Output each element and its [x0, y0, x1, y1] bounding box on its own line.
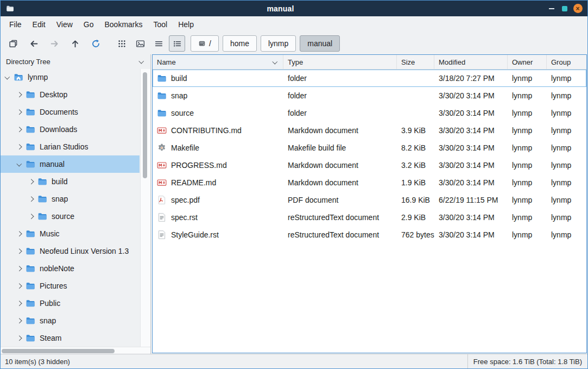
file-type: PDF document [283, 191, 397, 209]
file-owner-label: lynmp [512, 196, 532, 204]
column-header-type[interactable]: Type [283, 55, 397, 69]
tree-item-desktop[interactable]: Desktop [1, 86, 140, 103]
expand-icon[interactable] [16, 230, 23, 237]
menu-bookmarks[interactable]: Bookmarks [99, 18, 148, 31]
column-header-label: Modified [439, 58, 465, 66]
reload-button[interactable] [87, 35, 104, 52]
minimize-button[interactable] [545, 2, 558, 15]
tree-item-label: build [52, 177, 68, 186]
icon-view-button[interactable] [113, 35, 130, 52]
tree-item-pictures[interactable]: Pictures [1, 277, 140, 295]
expand-icon[interactable] [28, 213, 35, 220]
menu-go[interactable]: Go [78, 18, 99, 31]
expand-icon[interactable] [28, 178, 35, 185]
panel-selector-icon[interactable] [138, 58, 145, 65]
expand-icon[interactable] [16, 335, 23, 342]
expand-icon[interactable] [16, 300, 23, 307]
detailed-list-view-button[interactable] [169, 35, 185, 52]
expand-icon[interactable] [16, 283, 23, 290]
titlebar[interactable]: manual × [1, 1, 587, 16]
file-name-label: StyleGuide.rst [171, 230, 219, 239]
folder-icon [26, 333, 35, 343]
file-type-label: Markdown document [288, 161, 358, 170]
column-header-modified[interactable]: Modified [434, 55, 508, 69]
folder-icon [26, 124, 35, 134]
tree-item-snap[interactable]: snap [1, 190, 140, 208]
tree-item-public[interactable]: Public [1, 295, 140, 312]
file-row-spec-pdf[interactable]: spec.pdfPDF document16.9 KiB6/22/19 11:1… [153, 191, 586, 209]
column-header-group[interactable]: Group [547, 55, 586, 69]
file-row-contributing-md[interactable]: CONTRIBUTING.mdMarkdown document3.9 KiB3… [153, 122, 586, 139]
tree-item-source[interactable]: source [1, 208, 140, 225]
menu-file[interactable]: File [4, 18, 27, 31]
tree-item-larian-studios[interactable]: Larian Studios [1, 138, 140, 155]
vertical-scrollbar-thumb[interactable] [143, 72, 147, 178]
tree-horizontal-scrollbar[interactable] [1, 347, 150, 354]
expand-icon[interactable] [16, 265, 23, 272]
horizontal-scrollbar-thumb[interactable] [2, 349, 115, 353]
up-button[interactable] [67, 35, 83, 52]
file-modified-label: 3/30/20 3:14 PM [439, 126, 495, 135]
expand-icon[interactable] [16, 126, 23, 133]
expand-icon[interactable] [16, 248, 23, 255]
file-size-label: 2.9 KiB [401, 213, 426, 222]
file-row-progress-md[interactable]: PROGRESS.mdMarkdown document3.2 KiB3/30/… [153, 157, 586, 174]
collapse-icon[interactable] [16, 161, 23, 168]
path-segment-root[interactable]: / [191, 35, 219, 52]
tree-vertical-scrollbar[interactable] [140, 69, 150, 347]
menu-edit[interactable]: Edit [27, 18, 51, 31]
path-segment-manual[interactable]: manual [300, 35, 340, 52]
column-header-size[interactable]: Size [397, 55, 434, 69]
menu-view[interactable]: View [51, 18, 78, 31]
tree-item-documents[interactable]: Documents [1, 103, 140, 121]
expand-icon[interactable] [28, 196, 35, 203]
file-row-build[interactable]: buildfolder3/18/20 7:27 PMlynmplynmp [153, 70, 586, 87]
tree-item-lynmp[interactable]: lynmp [1, 68, 140, 86]
compact-view-button[interactable] [150, 35, 167, 52]
maximize-button[interactable] [558, 2, 571, 15]
toolbar: /homelynmpmanual [1, 33, 587, 54]
tree-item-music[interactable]: Music [1, 225, 140, 242]
thumbnail-view-button[interactable] [132, 35, 148, 52]
file-name-label: Makefile [171, 143, 199, 152]
file-type: folder [283, 87, 397, 104]
file-row-makefile[interactable]: MakefileMakefile build file8.2 KiB3/30/2… [153, 139, 586, 157]
folder-icon [26, 281, 35, 291]
menu-tool[interactable]: Tool [148, 18, 173, 31]
expand-icon[interactable] [16, 143, 23, 151]
file-row-styleguide-rst[interactable]: StyleGuide.rstreStructuredText document7… [153, 226, 586, 243]
collapse-icon[interactable] [4, 74, 11, 81]
file-owner-label: lynmp [512, 91, 532, 100]
file-type-label: Markdown document [288, 126, 358, 135]
column-header-owner[interactable]: Owner [508, 55, 547, 69]
file-row-source[interactable]: sourcefolder3/30/20 3:14 PMlynmplynmp [153, 104, 586, 122]
tree-item-snap[interactable]: snap [1, 312, 140, 329]
tree-item-manual[interactable]: manual [1, 155, 140, 173]
file-row-spec-rst[interactable]: spec.rstreStructuredText document2.9 KiB… [153, 209, 586, 226]
back-button[interactable] [26, 35, 42, 52]
file-row-readme-md[interactable]: README.mdMarkdown document1.9 KiB3/30/20… [153, 174, 586, 191]
grid-icon [117, 39, 127, 48]
folder-icon [157, 73, 167, 83]
close-button[interactable]: × [571, 2, 584, 15]
tree-item-steam[interactable]: Steam [1, 329, 140, 347]
expand-icon[interactable] [16, 91, 23, 98]
expand-icon[interactable] [16, 317, 23, 324]
path-segment-home[interactable]: home [223, 35, 257, 52]
path-segment-lynmp[interactable]: lynmp [261, 35, 296, 52]
forward-button[interactable] [46, 35, 62, 52]
file-row-snap[interactable]: snapfolder3/30/20 3:14 PMlynmplynmp [153, 87, 586, 104]
menu-help[interactable]: Help [173, 18, 199, 31]
file-type: Markdown document [283, 174, 397, 191]
file-name: StyleGuide.rst [153, 226, 283, 243]
new-tab-button[interactable] [5, 35, 21, 52]
tree-item-downloads[interactable]: Downloads [1, 121, 140, 138]
file-group-label: lynmp [551, 109, 571, 117]
tree-item-neofeud-linux-version-1-3[interactable]: Neofeud Linux Version 1.3 [1, 242, 140, 260]
tree-item-label: Pictures [40, 282, 67, 290]
column-header-name[interactable]: Name [153, 55, 283, 69]
tree-item-noblenote[interactable]: nobleNote [1, 260, 140, 277]
tree-item-build[interactable]: build [1, 173, 140, 190]
sidebar-header[interactable]: Directory Tree [1, 54, 150, 68]
expand-icon[interactable] [16, 109, 23, 116]
